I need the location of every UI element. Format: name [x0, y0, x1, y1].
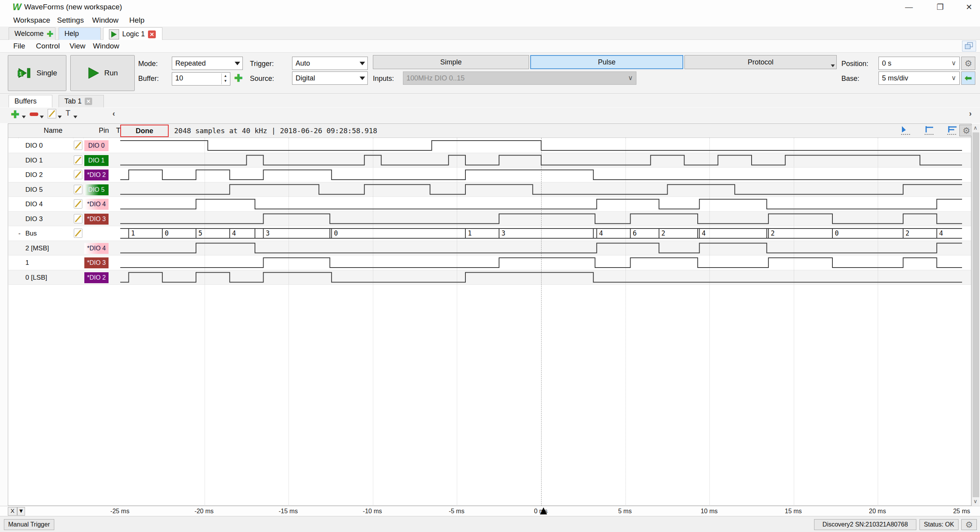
signal-name[interactable]: 2 [MSB] [25, 245, 49, 252]
run-label: Run [104, 69, 118, 77]
scroll-up-icon[interactable]: ∧ [973, 125, 977, 131]
trigger-pulse-button[interactable]: Pulse [530, 55, 683, 69]
tab-close-icon[interactable]: ✕ [148, 30, 156, 38]
pin-badge[interactable]: *DIO 4 [84, 243, 109, 254]
note-icon[interactable] [74, 185, 82, 194]
scroll-down-icon[interactable]: ∨ [973, 498, 977, 504]
close-button[interactable]: ✕ [958, 0, 980, 14]
inputs-label: Inputs: [373, 75, 394, 83]
plot-vscrollbar[interactable]: ∧ ∨ [971, 124, 980, 506]
signal-name[interactable]: DIO 1 [25, 157, 43, 164]
source-select[interactable]: Digital [292, 71, 368, 85]
tab1-close-icon[interactable]: ✕ [85, 98, 92, 105]
trigger-select[interactable]: Auto [292, 57, 368, 70]
signal-name[interactable]: DIO 4 [25, 200, 43, 208]
signal-name[interactable]: 0 [LSB] [25, 274, 47, 282]
trigger-position-marker[interactable] [540, 507, 547, 514]
tab-tab1[interactable]: Tab 1 ✕ [59, 95, 104, 107]
axis-tick-label: 10 ms [691, 508, 727, 515]
float-window-button[interactable] [962, 41, 976, 52]
spinner-arrows-icon[interactable]: ▲▼ [221, 73, 229, 84]
manual-trigger-button[interactable]: Manual Trigger [4, 519, 54, 530]
base-combo[interactable]: 5 ms/div∨ [878, 71, 960, 85]
single-button[interactable]: 1 Single [8, 55, 66, 91]
menu-window2[interactable]: Window [91, 41, 122, 51]
axis-tick-label: 25 ms [944, 508, 979, 515]
bus-value-label: 6 [633, 229, 637, 237]
digital-waveform-dio-5 [120, 185, 962, 195]
pin-badge[interactable]: DIO 0 [84, 140, 109, 151]
note-icon[interactable] [74, 170, 82, 179]
signal-name[interactable]: 1 [25, 259, 29, 267]
remove-channel-caret-icon[interactable] [40, 116, 44, 118]
x-cursors-icon[interactable] [922, 125, 937, 136]
run-button[interactable]: Run [70, 55, 135, 91]
status-badge[interactable]: Status: OK [919, 519, 959, 530]
position-options-button[interactable]: ⚙ [961, 57, 975, 70]
buffer-spinner[interactable]: 10 ▲▼ [172, 72, 230, 86]
acquisition-state-button[interactable]: Done [120, 125, 169, 137]
note-icon[interactable] [74, 141, 82, 150]
pin-badge[interactable]: *DIO 4 [84, 199, 109, 210]
tab-logic-1[interactable]: Logic 1 ✕ [103, 27, 162, 41]
note-icon[interactable] [74, 214, 82, 223]
add-channel-icon[interactable]: ✚ [11, 109, 20, 121]
tab-welcome[interactable]: Welcome ✚ [9, 27, 55, 40]
note-icon[interactable] [74, 199, 82, 209]
plot-vscrollbar-thumb[interactable] [973, 132, 979, 497]
trigger-value: Auto [296, 59, 310, 68]
device-badge[interactable]: Discovery2 SN:210321A80768 [814, 519, 916, 530]
time-axis: X ▼ -25 ms-20 ms-15 ms-10 ms-5 ms0 ms5 m… [0, 506, 980, 516]
restore-button[interactable]: ❐ [929, 0, 951, 14]
tab-buffers[interactable]: Buffers [9, 95, 52, 107]
protocol-label: Protocol [748, 58, 773, 66]
edit-note-icon[interactable] [48, 109, 56, 118]
pin-badge[interactable]: *DIO 2 [84, 272, 109, 283]
scroll-right-icon[interactable]: › [969, 109, 972, 118]
bus-collapse-toggle[interactable]: - [18, 230, 21, 237]
signal-name[interactable]: DIO 5 [25, 186, 43, 194]
scroll-left-icon[interactable]: ‹ [112, 109, 115, 118]
pin-badge[interactable]: DIO 5 [84, 184, 109, 195]
note-icon[interactable] [74, 155, 82, 165]
pin-badge[interactable]: *DIO 3 [84, 257, 109, 268]
hot-track-icon[interactable] [898, 125, 914, 136]
add-buffer-icon[interactable]: ✚ [234, 72, 243, 84]
logic-plot-area[interactable]: Name Pin T Done 2048 samples at 40 kHz |… [8, 123, 971, 506]
edit-caret-icon[interactable] [58, 116, 62, 118]
signal-name[interactable]: DIO 2 [25, 171, 43, 179]
fit-timebase-button[interactable]: ⬅ [961, 71, 975, 85]
axis-x-dropdown[interactable]: ▼ [17, 507, 25, 516]
minimize-button[interactable]: — [898, 0, 920, 14]
y-cursors-icon[interactable] [944, 125, 960, 136]
pin-badge[interactable]: *DIO 3 [84, 214, 109, 225]
menu-workspace[interactable]: Workspace [11, 15, 53, 25]
menu-file[interactable]: File [11, 41, 28, 51]
trigger-protocol-button[interactable]: Protocol [684, 55, 837, 69]
signal-name[interactable]: DIO 0 [25, 142, 43, 150]
new-tab-plus-icon[interactable]: ✚ [47, 29, 53, 39]
note-icon[interactable] [74, 229, 82, 238]
bus-value-label: 4 [702, 229, 706, 237]
menu-view[interactable]: View [67, 41, 88, 51]
trigger-simple-button[interactable]: Simple [373, 55, 529, 69]
position-combo[interactable]: 0 s∨ [878, 57, 960, 70]
pin-badge[interactable]: DIO 1 [84, 155, 109, 166]
mode-select[interactable]: Repeated [172, 57, 243, 70]
remove-channel-icon[interactable] [30, 112, 38, 116]
tab-help[interactable]: Help [59, 27, 101, 40]
pin-badge[interactable]: *DIO 2 [84, 170, 109, 180]
menu-settings[interactable]: Settings [55, 15, 86, 25]
signal-name[interactable]: Bus [25, 230, 37, 237]
menu-control[interactable]: Control [34, 41, 62, 51]
waveform-plot[interactable]: 1054301346242024 [120, 138, 962, 285]
menu-help[interactable]: Help [127, 15, 147, 25]
text-tool-icon[interactable]: T [66, 109, 70, 118]
text-tool-caret-icon[interactable] [73, 116, 77, 118]
device-options-button[interactable]: ⚙ [961, 519, 977, 530]
axis-x-button[interactable]: X [8, 507, 17, 516]
menu-window[interactable]: Window [90, 15, 121, 25]
signal-name[interactable]: DIO 3 [25, 215, 43, 223]
buffer-value: 10 [175, 74, 183, 82]
add-channel-caret-icon[interactable] [22, 116, 26, 118]
